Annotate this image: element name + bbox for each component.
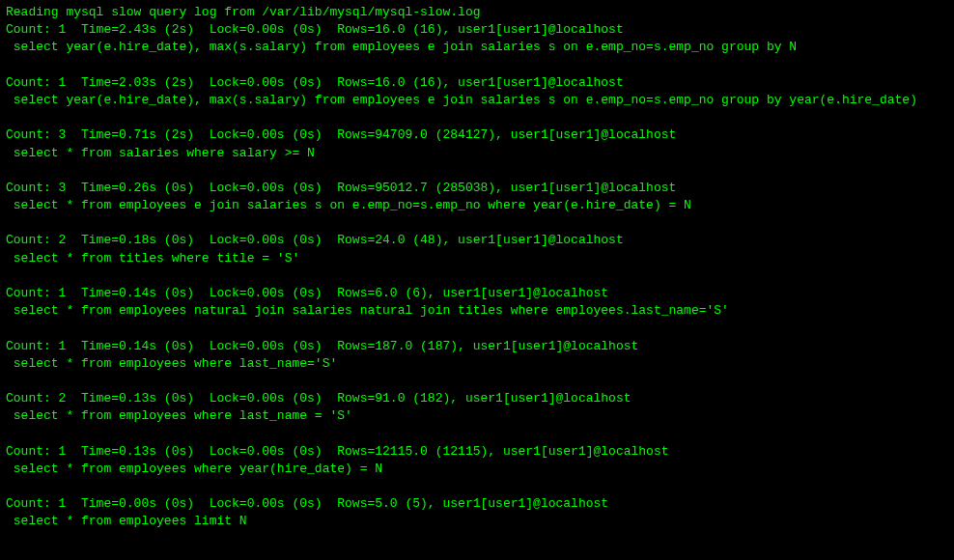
entry-stats: Count: 1 Time=0.00s (0s) Lock=0.00s (0s)… [6, 495, 948, 513]
blank-line [6, 162, 948, 180]
log-entry: Count: 1 Time=2.43s (2s) Lock=0.00s (0s)… [6, 21, 948, 56]
blank-line [6, 267, 948, 285]
log-entry: Count: 1 Time=0.14s (0s) Lock=0.00s (0s)… [6, 338, 948, 373]
blank-line [6, 57, 948, 74]
entry-stats: Count: 1 Time=0.14s (0s) Lock=0.00s (0s)… [6, 285, 948, 302]
entry-query: select * from titles where title = 'S' [6, 250, 948, 267]
blank-line [6, 373, 948, 390]
log-entry: Count: 1 Time=2.03s (2s) Lock=0.00s (0s)… [6, 74, 948, 109]
entry-stats: Count: 2 Time=0.18s (0s) Lock=0.00s (0s)… [6, 232, 948, 249]
log-entry: Count: 3 Time=0.71s (2s) Lock=0.00s (0s)… [6, 126, 948, 161]
entry-stats: Count: 1 Time=2.43s (2s) Lock=0.00s (0s)… [6, 21, 948, 39]
entry-query: select year(e.hire_date), max(s.salary) … [6, 92, 948, 109]
log-entry: Count: 1 Time=0.13s (0s) Lock=0.00s (0s)… [6, 443, 948, 478]
log-entry: Count: 2 Time=0.18s (0s) Lock=0.00s (0s)… [6, 232, 948, 266]
entry-query: select * from salaries where salary >= N [6, 145, 948, 162]
log-header: Reading mysql slow query log from /var/l… [6, 4, 948, 21]
entry-stats: Count: 1 Time=0.14s (0s) Lock=0.00s (0s)… [6, 338, 948, 355]
entry-query: select * from employees where last_name=… [6, 355, 948, 373]
entry-stats: Count: 3 Time=0.71s (2s) Lock=0.00s (0s)… [6, 126, 948, 144]
blank-line [6, 109, 948, 126]
log-entry: Count: 1 Time=0.00s (0s) Lock=0.00s (0s)… [6, 495, 948, 530]
entry-stats: Count: 1 Time=2.03s (2s) Lock=0.00s (0s)… [6, 74, 948, 92]
blank-line [6, 426, 948, 443]
blank-line [6, 320, 948, 337]
log-entry: Count: 1 Time=0.14s (0s) Lock=0.00s (0s)… [6, 285, 948, 320]
entry-query: select * from employees where year(hire_… [6, 461, 948, 478]
entry-query: select * from employees limit N [6, 513, 948, 530]
entry-stats: Count: 1 Time=0.13s (0s) Lock=0.00s (0s)… [6, 443, 948, 461]
entry-query: select * from employees natural join sal… [6, 302, 948, 320]
entry-query: select year(e.hire_date), max(s.salary) … [6, 39, 948, 56]
blank-line [6, 478, 948, 495]
log-entry: Count: 2 Time=0.13s (0s) Lock=0.00s (0s)… [6, 390, 948, 425]
log-entry: Count: 3 Time=0.26s (0s) Lock=0.00s (0s)… [6, 180, 948, 214]
entry-query: select * from employees e join salaries … [6, 197, 948, 214]
entry-query: select * from employees where last_name … [6, 407, 948, 425]
blank-line [6, 214, 948, 232]
entry-stats: Count: 2 Time=0.13s (0s) Lock=0.00s (0s)… [6, 390, 948, 407]
entry-stats: Count: 3 Time=0.26s (0s) Lock=0.00s (0s)… [6, 180, 948, 197]
